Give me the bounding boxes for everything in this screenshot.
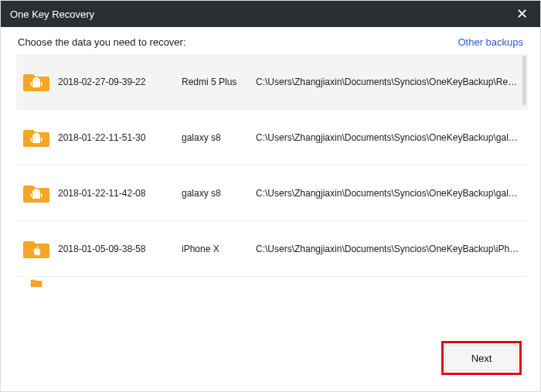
backup-list-container: 2018-02-27-09-39-22 Redmi 5 Plus C:\User…: [16, 54, 528, 325]
close-icon[interactable]: ✕: [513, 7, 531, 21]
backup-path: C:\Users\Zhangjiaxin\Documents\Syncios\O…: [256, 244, 522, 254]
svg-rect-10: [32, 193, 40, 199]
other-backups-link[interactable]: Other backups: [458, 36, 523, 48]
folder-android-icon: [22, 182, 50, 204]
svg-rect-1: [31, 82, 32, 86]
backup-row[interactable]: 2018-02-27-09-39-22 Redmi 5 Plus C:\User…: [16, 54, 528, 110]
backup-device: Redmi 5 Plus: [182, 77, 248, 87]
backup-path: C:\Users\Zhangjiaxin\Documents\Syncios\O…: [256, 132, 522, 143]
svg-point-4: [38, 80, 39, 80]
folder-apple-icon: [22, 238, 50, 260]
backup-device: galaxy s8: [182, 132, 248, 143]
next-button-highlight: Next: [441, 341, 522, 375]
backup-device: galaxy s8: [182, 188, 248, 199]
folder-android-icon: [22, 71, 50, 93]
svg-rect-11: [31, 193, 32, 197]
backup-path: C:\Users\Zhangjiaxin\Documents\Syncios\O…: [256, 77, 522, 87]
backup-date: 2018-01-22-11-51-30: [58, 132, 174, 143]
next-button[interactable]: Next: [445, 345, 518, 371]
backup-device: iPhone X: [182, 244, 248, 254]
svg-rect-2: [41, 82, 43, 86]
svg-point-3: [34, 80, 35, 80]
backup-date: 2018-01-05-09-38-58: [58, 244, 174, 254]
backup-row[interactable]: 2018-01-22-11-42-08 galaxy s8 C:\Users\Z…: [16, 165, 528, 221]
footer: Next: [1, 325, 540, 391]
titlebar: One Key Recovery ✕: [1, 1, 540, 27]
backup-row[interactable]: 2018-01-22-11-51-30 galaxy s8 C:\Users\Z…: [16, 110, 528, 165]
folder-icon: [22, 278, 50, 288]
scrollbar-thumb[interactable]: [522, 56, 526, 105]
backup-row-partial[interactable]: [16, 277, 528, 289]
svg-rect-12: [41, 193, 43, 197]
backup-date: 2018-01-22-11-42-08: [58, 188, 174, 199]
subheader: Choose the data you need to recover: Oth…: [1, 27, 540, 54]
svg-point-13: [34, 191, 35, 192]
svg-point-14: [38, 191, 39, 192]
folder-android-icon: [22, 127, 50, 148]
svg-rect-7: [41, 138, 43, 141]
backup-date: 2018-02-27-09-39-22: [58, 77, 174, 87]
svg-rect-6: [31, 138, 32, 141]
svg-point-8: [34, 135, 35, 136]
svg-rect-0: [32, 82, 40, 87]
backup-list: 2018-02-27-09-39-22 Redmi 5 Plus C:\User…: [16, 54, 528, 325]
svg-point-9: [38, 135, 39, 136]
svg-rect-5: [32, 138, 40, 143]
backup-row[interactable]: 2018-01-05-09-38-58 iPhone X C:\Users\Zh…: [16, 221, 528, 277]
prompt-text: Choose the data you need to recover:: [18, 36, 186, 48]
window: One Key Recovery ✕ Choose the data you n…: [0, 0, 541, 392]
window-title: One Key Recovery: [10, 9, 94, 20]
backup-path: C:\Users\Zhangjiaxin\Documents\Syncios\O…: [256, 188, 522, 199]
